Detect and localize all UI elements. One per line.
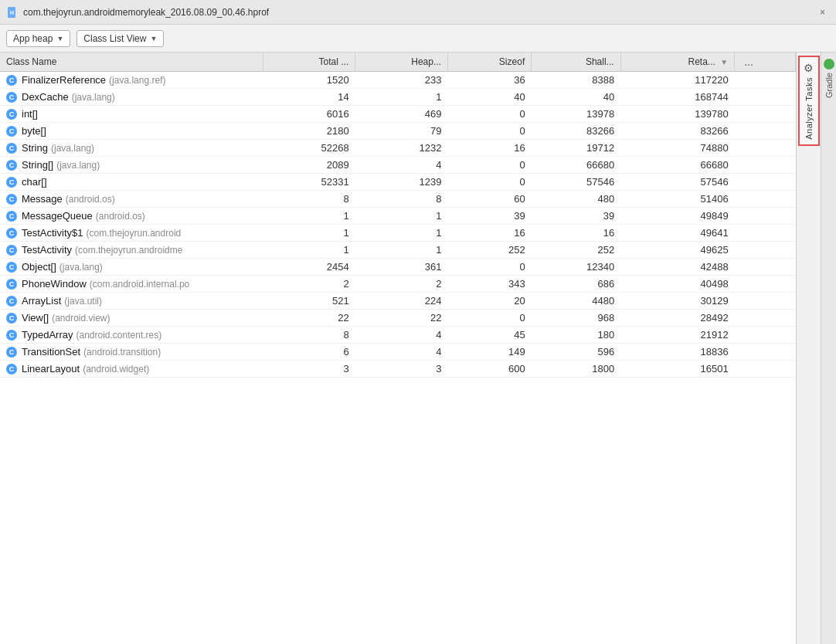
col-class-name[interactable]: Class Name — [0, 53, 263, 72]
file-icon: H — [6, 6, 19, 19]
table-row[interactable]: C String (java.lang) 5226812321619712748… — [0, 140, 796, 157]
class-name: char[] — [22, 176, 47, 188]
cell-heap: 469 — [355, 106, 448, 123]
cell-extra — [735, 361, 796, 378]
analyzer-icon: ⚙ — [804, 62, 814, 74]
cell-total: 2 — [263, 276, 355, 293]
cell-shallow: 968 — [532, 310, 620, 327]
cell-shallow: 16 — [532, 225, 620, 242]
cell-shallow: 180 — [532, 327, 620, 344]
class-name-cell: C PhoneWindow (com.android.internal.po — [0, 276, 263, 293]
table-row[interactable]: C View[] (android.view) 2222096828492 — [0, 310, 796, 327]
cell-sizeof: 16 — [447, 225, 531, 242]
table-row[interactable]: C TestActivity (com.thejoyrun.androidme … — [0, 242, 796, 259]
class-type-icon: C — [6, 75, 17, 86]
cell-retained: 168744 — [620, 89, 735, 106]
cell-retained: 49625 — [620, 242, 735, 259]
class-name-cell: C TestActivity$1 (com.thejoyrun.android — [0, 225, 263, 242]
class-package: (android.transition) — [83, 347, 161, 358]
view-dropdown[interactable]: Class List View ▼ — [76, 30, 164, 47]
class-name: LinearLayout — [22, 363, 80, 375]
table-row[interactable]: C TypedArray (android.content.res) 84451… — [0, 327, 796, 344]
table-row[interactable]: C LinearLayout (android.widget) 33600180… — [0, 361, 796, 378]
table-row[interactable]: C TransitionSet (android.transition) 641… — [0, 344, 796, 361]
table-row[interactable]: C PhoneWindow (com.android.internal.po 2… — [0, 276, 796, 293]
col-shallow[interactable]: Shall... — [532, 53, 620, 72]
class-name: DexCache — [22, 91, 69, 103]
class-name-cell: C String[] (java.lang) — [0, 157, 263, 174]
table-row[interactable]: C ArrayList (java.util) 5212242044803012… — [0, 293, 796, 310]
class-list-table-container[interactable]: Class Name Total ... Heap... Sizeof Shal… — [0, 53, 796, 644]
cell-heap: 1 — [355, 208, 448, 225]
tab-title: com.thejoyrun.androidmemoryleak_2016.08.… — [23, 7, 815, 18]
cell-shallow: 252 — [532, 242, 620, 259]
table-row[interactable]: C Object[] (java.lang) 24543610123404248… — [0, 259, 796, 276]
cell-heap: 233 — [355, 72, 448, 89]
table-row[interactable]: C byte[] 21807908326683266 — [0, 123, 796, 140]
cell-heap: 1 — [355, 89, 448, 106]
class-name-cell: C TypedArray (android.content.res) — [0, 327, 263, 344]
class-name-cell: C FinalizerReference (java.lang.ref) — [0, 72, 263, 89]
cell-extra — [735, 327, 796, 344]
cell-shallow: 66680 — [532, 157, 620, 174]
cell-retained: 18836 — [620, 344, 735, 361]
cell-shallow: 57546 — [532, 174, 620, 191]
cell-shallow: 480 — [532, 191, 620, 208]
table-row[interactable]: C MessageQueue (android.os) 11393949849 — [0, 208, 796, 225]
cell-shallow: 8388 — [532, 72, 620, 89]
table-row[interactable]: C String[] (java.lang) 2089406668066680 — [0, 157, 796, 174]
cell-shallow: 19712 — [532, 140, 620, 157]
table-row[interactable]: C TestActivity$1 (com.thejoyrun.android … — [0, 225, 796, 242]
more-columns-button[interactable]: ... — [741, 56, 756, 68]
col-heap[interactable]: Heap... — [355, 53, 448, 72]
class-package: (java.lang) — [72, 92, 115, 103]
class-package: (android.content.res) — [76, 330, 161, 341]
close-tab-button[interactable]: × — [815, 5, 830, 19]
cell-shallow: 4480 — [532, 293, 620, 310]
cell-heap: 224 — [355, 293, 448, 310]
col-sizeof[interactable]: Sizeof — [447, 53, 531, 72]
class-package: (java.lang) — [59, 262, 103, 273]
svg-text:H: H — [10, 10, 14, 15]
class-package: (android.os) — [66, 194, 115, 205]
cell-sizeof: 0 — [447, 174, 531, 191]
cell-heap: 2 — [355, 276, 448, 293]
cell-heap: 1 — [355, 242, 448, 259]
table-row[interactable]: C int[] 6016469013978139780 — [0, 106, 796, 123]
cell-total: 2180 — [263, 123, 355, 140]
cell-shallow: 686 — [532, 276, 620, 293]
cell-total: 3 — [263, 361, 355, 378]
col-more[interactable]: ... — [735, 53, 796, 72]
cell-sizeof: 149 — [447, 344, 531, 361]
gradle-tab[interactable]: Gradle — [821, 53, 836, 644]
table-row[interactable]: C Message (android.os) 886048051406 — [0, 191, 796, 208]
class-name: TestActivity$1 — [22, 227, 83, 239]
table-row[interactable]: C char[] 52331123905754657546 — [0, 174, 796, 191]
col-retained[interactable]: Reta... ▼ — [620, 53, 735, 72]
cell-sizeof: 252 — [447, 242, 531, 259]
view-dropdown-arrow: ▼ — [150, 35, 157, 42]
col-total[interactable]: Total ... — [263, 53, 355, 72]
cell-retained: 139780 — [620, 106, 735, 123]
class-name: TransitionSet — [22, 346, 80, 358]
analyzer-label: Analyzer Tasks — [804, 77, 814, 140]
cell-sizeof: 39 — [447, 208, 531, 225]
table-row[interactable]: C FinalizerReference (java.lang.ref) 152… — [0, 72, 796, 89]
class-name-cell: C LinearLayout (android.widget) — [0, 361, 263, 378]
cell-heap: 22 — [355, 310, 448, 327]
cell-extra — [735, 344, 796, 361]
class-name-cell: C String (java.lang) — [0, 140, 263, 157]
class-type-icon: C — [6, 245, 17, 256]
cell-extra — [735, 310, 796, 327]
cell-total: 521 — [263, 293, 355, 310]
cell-retained: 30129 — [620, 293, 735, 310]
cell-heap: 1239 — [355, 174, 448, 191]
class-name: byte[] — [22, 125, 46, 137]
class-name-cell: C byte[] — [0, 123, 263, 140]
class-name-cell: C Message (android.os) — [0, 191, 263, 208]
analyzer-tasks-panel[interactable]: ⚙ Analyzer Tasks — [798, 56, 820, 146]
cell-total: 1 — [263, 242, 355, 259]
heap-dropdown[interactable]: App heap ▼ — [6, 30, 70, 47]
table-row[interactable]: C DexCache (java.lang) 1414040168744 — [0, 89, 796, 106]
cell-total: 2089 — [263, 157, 355, 174]
